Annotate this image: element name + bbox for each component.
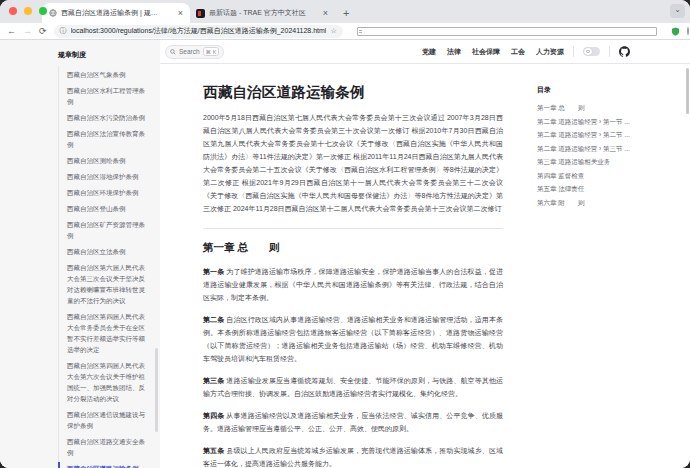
tab-strip: 西藏自治区道路运输条例 | 规… × 最新话题 - TRAE 官方中文社区 × … xyxy=(0,0,690,23)
document-article: 西藏自治区道路运输条例 2000年5月18日西藏自治区第七届人民代表大会常务委员… xyxy=(203,83,503,468)
extension-icon-ring[interactable] xyxy=(687,27,689,35)
nav-link[interactable]: 社会保障 xyxy=(472,47,500,57)
extension-icon-document[interactable] xyxy=(357,27,657,36)
search-input[interactable]: Search ⌘ K xyxy=(165,45,224,59)
article-label: 第二条 xyxy=(203,316,224,323)
traffic-lights xyxy=(9,7,47,15)
navbar-divider xyxy=(609,46,610,57)
sidebar-item[interactable]: 西藏自治区登山条例 xyxy=(59,200,147,216)
nav-link[interactable]: 人力资源 xyxy=(536,47,564,57)
section-divider xyxy=(203,228,503,229)
toc-item[interactable]: 第一章 总 则 xyxy=(537,101,663,115)
page-scrollbar[interactable] xyxy=(686,68,689,114)
article-label: 第一条 xyxy=(203,268,224,275)
globe-favicon-icon xyxy=(48,9,57,18)
sidebar: 规章制度 西藏自治区气象条例西藏自治区水利工程管理条例西藏自治区水污染防治条例西… xyxy=(0,40,160,468)
sidebar-item-active[interactable]: 西藏自治区道路运输条例 xyxy=(59,460,147,468)
tab-search-button[interactable]: ⌄ xyxy=(670,4,685,18)
sidebar-item[interactable]: 西藏自治区立法条例 xyxy=(59,243,147,259)
sidebar-item[interactable]: 西藏自治区湿地保护条例 xyxy=(59,168,147,184)
toc-title: 目录 xyxy=(537,83,663,101)
bookmark-star-icon[interactable]: ☆ xyxy=(330,27,336,35)
sidebar-item[interactable]: 西藏自治区水污染防治条例 xyxy=(59,109,147,125)
site-info-icon[interactable]: ⓘ xyxy=(60,26,67,36)
sidebar-group-items: 西藏自治区气象条例西藏自治区水利工程管理条例西藏自治区水污染防治条例西藏自治区法… xyxy=(58,66,147,468)
trae-favicon-icon xyxy=(196,9,205,18)
address-bar[interactable]: ⓘ localhost:3000/regulations/法律/地方法规/西藏自… xyxy=(54,25,343,38)
sidebar-item[interactable]: 西藏自治区环境保护条例 xyxy=(59,184,147,200)
sidebar-item[interactable]: 西藏自治区道路交通安全条例 xyxy=(59,433,147,460)
revision-history: 2000年5月18日西藏自治区第七届人民代表大会常务委员会第十三次会议通过 20… xyxy=(203,111,503,215)
close-window-button[interactable] xyxy=(9,7,17,15)
article-label: 第四条 xyxy=(203,412,224,419)
browser-toolbar: ← → ⟳ ⓘ localhost:3000/regulations/法律/地方… xyxy=(0,23,690,40)
tab-close-icon[interactable]: × xyxy=(322,9,329,17)
tab-close-icon[interactable]: × xyxy=(177,9,184,17)
reload-button[interactable]: ⟳ xyxy=(39,27,47,36)
toc-list: 第一章 总 则第二章 道路运输经营 › 第一节 ...第二章 道路运输经营 › … xyxy=(537,101,663,209)
toc-item[interactable]: 第六章 附 则 xyxy=(537,196,663,210)
toc-outline: 目录 第一章 总 则第二章 道路运输经营 › 第一节 ...第二章 道路运输经营… xyxy=(537,83,663,468)
sidebar-item[interactable]: 西藏自治区通信设施建设与保护条例 xyxy=(59,406,147,433)
page-content: 西藏自治区道路运输条例 2000年5月18日西藏自治区第七届人民代表大会常务委员… xyxy=(160,64,690,468)
browser-window: 西藏自治区道路运输条例 | 规… × 最新话题 - TRAE 官方中文社区 × … xyxy=(0,0,690,468)
github-icon[interactable] xyxy=(619,46,630,57)
search-placeholder: Search xyxy=(179,48,200,55)
nav-link[interactable]: 工会 xyxy=(511,47,525,57)
browser-tab-regulations[interactable]: 西藏自治区道路运输条例 | 规… × xyxy=(42,3,190,23)
zoom-window-button[interactable] xyxy=(39,7,47,15)
navbar-divider xyxy=(573,46,574,57)
sidebar-title: 规章制度 xyxy=(58,47,147,66)
new-tab-button[interactable]: + xyxy=(335,3,357,23)
article-paragraph: 第三条 道路运输业发展应当遵循统筹规划、安全便捷、节能环保的原则，与铁路、航空等… xyxy=(203,374,503,400)
sidebar-item[interactable]: 西藏自治区矿产资源管理条例 xyxy=(59,216,147,243)
toc-item[interactable]: 第三章 道路运输相关业务 xyxy=(537,155,663,169)
sidebar-scrollbar[interactable] xyxy=(155,348,158,432)
article-paragraph: 第四条 从事道路运输经营以及道路运输相关业务，应当依法经营、诚实信用、公平竞争、… xyxy=(203,409,503,435)
article-label: 第三条 xyxy=(203,377,224,384)
tab-title: 最新话题 - TRAE 官方中文社区 xyxy=(209,8,318,18)
forward-button[interactable]: → xyxy=(23,27,32,36)
articles: 第一条 为了维护道路运输市场秩序，保障道路运输安全，保护道路运输当事人的合法权益… xyxy=(203,265,503,468)
toc-item[interactable]: 第五章 法律责任 xyxy=(537,182,663,196)
article-paragraph: 第五条 县级以上人民政府应当统筹城乡运输发展，完善现代道路运输体系，推动实现城乡… xyxy=(203,444,503,468)
extension-icon-shield[interactable] xyxy=(671,27,680,36)
article-label: 第五条 xyxy=(203,447,224,454)
toc-item[interactable]: 第二章 道路运输经营 › 第二节 ... xyxy=(537,128,663,142)
site-navbar: Search ⌘ K 党建法律社会保障工会人力资源 xyxy=(160,40,690,64)
tab-title: 西藏自治区道路运输条例 | 规… xyxy=(61,8,173,18)
sun-icon xyxy=(584,48,592,56)
toc-item[interactable]: 第二章 道路运输经营 › 第一节 ... xyxy=(537,115,663,129)
page-body: 规章制度 西藏自治区气象条例西藏自治区水利工程管理条例西藏自治区水污染防治条例西… xyxy=(0,40,690,468)
url-text[interactable]: localhost:3000/regulations/法律/地方法规/西藏自治区… xyxy=(71,26,327,36)
article-paragraph: 第一条 为了维护道路运输市场秩序，保障道路运输安全，保护道路运输当事人的合法权益… xyxy=(203,265,503,304)
article-paragraph: 第二条 自治区行政区域内从事道路运输经营、道路运输相关业务和道路运输管理活动，适… xyxy=(203,313,503,365)
toc-item[interactable]: 第二章 道路运输经营 › 第三节 ... xyxy=(537,142,663,156)
sidebar-item[interactable]: 西藏自治区第四届人民代表大会第六次会议关于维护祖国统一、加强民族团结、反对分裂活… xyxy=(59,357,147,406)
theme-toggle[interactable] xyxy=(583,47,600,57)
main-column: Search ⌘ K 党建法律社会保障工会人力资源 西藏自治区道路运输条例 20… xyxy=(160,40,690,468)
nav-link[interactable]: 法律 xyxy=(447,47,461,57)
sidebar-item[interactable]: 西藏自治区气象条例 xyxy=(59,66,147,82)
toc-item[interactable]: 第四章 监督检查 xyxy=(537,169,663,183)
nav-links: 党建法律社会保障工会人力资源 xyxy=(422,47,564,57)
sidebar-item[interactable]: 西藏自治区第六届人民代表大会第三次会议关于坚决反对达赖喇嘛宣布班禅转世灵童的不法… xyxy=(59,259,147,308)
back-button[interactable]: ← xyxy=(7,27,16,36)
search-shortcut-badge: ⌘ K xyxy=(203,47,220,56)
minimize-window-button[interactable] xyxy=(24,7,32,15)
browser-tab-trae[interactable]: 最新话题 - TRAE 官方中文社区 × xyxy=(190,3,335,23)
sidebar-item[interactable]: 西藏自治区水利工程管理条例 xyxy=(59,82,147,109)
page-title: 西藏自治区道路运输条例 xyxy=(203,83,503,102)
sidebar-item[interactable]: 西藏自治区法治宣传教育条例 xyxy=(59,125,147,152)
sidebar-item[interactable]: 西藏自治区测绘条例 xyxy=(59,152,147,168)
search-icon xyxy=(170,49,176,55)
nav-link[interactable]: 党建 xyxy=(422,47,436,57)
sidebar-item[interactable]: 西藏自治区第四届人民代表大会常务委员会关于在全区暂不实行差额选举实行等额选举的决… xyxy=(59,308,147,357)
chapter-heading: 第一章 总 则 xyxy=(203,241,503,255)
